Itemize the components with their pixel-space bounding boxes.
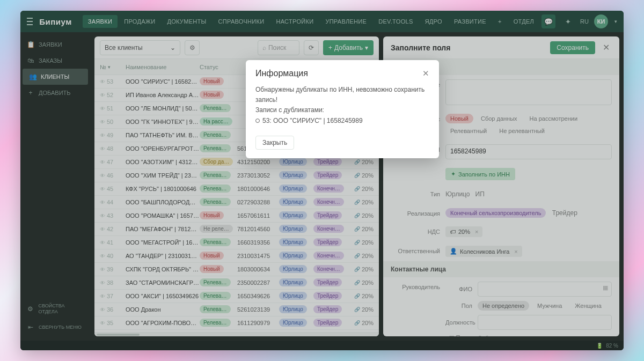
remove-icon[interactable]: × xyxy=(514,248,517,255)
name-input[interactable] xyxy=(445,79,612,105)
type-ip[interactable]: ИП xyxy=(475,189,485,200)
table-row[interactable]: 👁42ПАО "МЕГАФОН" | 7812014560Не реле…781… xyxy=(94,223,379,236)
real-tag[interactable]: Конечный сельхозпроизводитель xyxy=(445,208,546,218)
refresh-button[interactable]: ⟳ xyxy=(304,40,319,55)
sidebar-zakazy[interactable]: 🛍ЗАКАЗЫ xyxy=(20,53,90,69)
sidebar-klienty[interactable]: 👥КЛИЕНТЫ xyxy=(23,69,88,85)
lang-switch[interactable]: RU xyxy=(580,18,589,25)
modal-close-button[interactable]: Закрыть xyxy=(255,136,294,150)
eye-icon: 👁 xyxy=(100,186,105,192)
sidebar-label: ДОБАВИТЬ xyxy=(39,90,71,96)
table-row[interactable]: 👁41ООО "МЕГАСТРОЙ" | 1660319356Релева…16… xyxy=(94,236,379,249)
topnav-upravlenie[interactable]: УПРАВЛЕНИЕ xyxy=(320,15,372,28)
label-real: Реализация xyxy=(391,208,440,217)
user-avatar[interactable]: КИ xyxy=(594,14,608,28)
table-row[interactable]: 👁44ООО "БАШПЛОДОРОДИЕ" | 027290З…Релева…… xyxy=(94,196,379,209)
pol-undef[interactable]: Не определено xyxy=(478,301,529,311)
link-icon: 🔗 xyxy=(354,240,360,245)
topnav-yadro[interactable]: ЯДРО xyxy=(420,15,448,28)
detail-title: Заполните поля xyxy=(391,43,545,52)
modal-record[interactable]: 53: ООО "СИРИУС" | 1658245989 xyxy=(255,116,429,126)
fill-by-inn-button[interactable]: ✦Заполнить по ИНН xyxy=(445,168,515,180)
type-yurlico[interactable]: Юрлицо xyxy=(445,189,470,200)
topnav-devtools[interactable]: DEV.TOOLS xyxy=(373,15,418,28)
topnav-spravochniki[interactable]: СПРАВОЧНИКИ xyxy=(213,15,270,28)
pol-f[interactable]: Женщина xyxy=(570,301,606,311)
save-button[interactable]: Сохранить xyxy=(550,41,595,54)
sidebar-zayavki[interactable]: 📋ЗАЯВКИ xyxy=(20,36,90,53)
label-pol: Пол xyxy=(445,303,472,309)
filter-settings-button[interactable]: ⚙ xyxy=(185,40,200,55)
close-button[interactable]: ✕ xyxy=(601,40,612,55)
topnav-nastroiki[interactable]: НАСТРОЙКИ xyxy=(270,15,319,28)
mail-add[interactable]: Добавить… xyxy=(478,335,612,337)
col-name[interactable]: Наименование xyxy=(122,64,200,70)
nds-chip[interactable]: 🏷20%× xyxy=(445,226,482,237)
status-norel[interactable]: Не релевантный xyxy=(494,126,550,136)
topnav-razvitie[interactable]: РАЗВИТИЕ xyxy=(449,15,492,28)
dol-input[interactable] xyxy=(478,315,612,330)
sidebar-add[interactable]: +ДОБАВИТЬ xyxy=(20,85,90,101)
filter-dropdown[interactable]: Все клиенты⌄ xyxy=(100,40,180,55)
theme-icon[interactable]: ✦ xyxy=(561,14,575,28)
topnav-dokumenty[interactable]: ДОКУМЕНТЫ xyxy=(162,15,211,28)
sidebar-label: ЗАЯВКИ xyxy=(39,41,62,48)
label-ruk: Руководитель xyxy=(391,282,440,290)
chevron-down-icon: ▾ xyxy=(365,44,368,51)
search-input[interactable]: ⌕Поиск xyxy=(258,40,299,55)
topnav-otdel[interactable]: ОТДЕЛ xyxy=(508,15,539,28)
topnav-add[interactable]: + xyxy=(493,15,507,28)
table-row[interactable]: 👁46ООО "ХИМ ТРЕЙД" | 2373013052Релева…23… xyxy=(94,169,379,182)
eye-icon: 👁 xyxy=(100,119,105,125)
real-plain[interactable]: Трейдер xyxy=(552,209,577,217)
sidebar-label: СВЕРНУТЬ МЕНЮ xyxy=(39,325,82,330)
list-toolbar: Все клиенты⌄ ⚙ ⌕Поиск ⟳ +Добавить▾ xyxy=(94,36,379,59)
link-icon: 🔗 xyxy=(354,320,360,326)
topnav-prodazhi[interactable]: ПРОДАЖИ xyxy=(119,15,160,28)
status-rel[interactable]: Релевантный xyxy=(445,126,492,136)
col-num[interactable]: №▾ xyxy=(100,64,122,70)
modal-line2: Записи с дубликатами: xyxy=(255,105,429,115)
status-rass[interactable]: На рассмотрении xyxy=(525,114,582,123)
table-row[interactable]: 👁39СХПК "ГОРД ОКТЯБРЬ" | 1803000634Новый… xyxy=(94,263,379,276)
avatar-caret-icon[interactable]: ▾ xyxy=(614,19,617,24)
status-sbor[interactable]: Сбор данных xyxy=(476,114,522,123)
status-new[interactable]: Новый xyxy=(445,114,473,123)
battery-icon: 🔋 xyxy=(596,343,603,349)
info-modal: Информация ✕ Обнаружены дубликаты по ИНН… xyxy=(246,60,439,158)
col-status[interactable]: Статус xyxy=(200,64,237,70)
sidebar-label: ЗАКАЗЫ xyxy=(39,57,62,64)
menu-toggle-icon[interactable] xyxy=(27,18,33,25)
fio-input[interactable]: ▦ xyxy=(478,282,612,297)
pol-m[interactable]: Мужчина xyxy=(532,301,567,311)
person-icon: 👤 xyxy=(450,248,457,255)
gear-icon: ⚙ xyxy=(27,305,34,313)
eye-icon: 👁 xyxy=(100,226,105,232)
label-resp: Ответственный xyxy=(391,246,440,254)
chat-icon[interactable]: 💬 xyxy=(541,14,555,28)
add-button[interactable]: +Добавить▾ xyxy=(323,40,374,55)
table-row[interactable]: 👁45КФХ "РУСЬ" | 1801000646Релева…1801000… xyxy=(94,182,379,196)
table-row[interactable]: 👁35ООО "АГРОХИМ-ПОВОЛЖЬЕ" | 1611…Релева…… xyxy=(94,316,379,330)
modal-close-icon[interactable]: ✕ xyxy=(422,69,429,78)
horizontal-scrollbar[interactable] xyxy=(94,332,379,336)
topnav-zayavki[interactable]: ЗАЯВКИ xyxy=(83,15,118,28)
table-row[interactable]: 👁43ООО "РОМАШКА" | 1657061611Новый165706… xyxy=(94,209,379,223)
sidebar-label: СВОЙСТВА ОТДЕЛА xyxy=(38,303,84,315)
table-row[interactable]: 👁36ООО ДраконРелева…5261023139ЮрлицоТрей… xyxy=(94,303,379,316)
field-type: Тип Юрлицо ИП xyxy=(383,185,619,204)
sidebar: 📋ЗАЯВКИ 🛍ЗАКАЗЫ 👥КЛИЕНТЫ +ДОБАВИТЬ ⚙СВОЙ… xyxy=(20,32,90,341)
sidebar-collapse[interactable]: ⇤СВЕРНУТЬ МЕНЮ xyxy=(20,319,90,335)
table-row[interactable]: 👁38ЗАО "СТАРОМИНСКАГРОПРОМХИМИ…Релева…23… xyxy=(94,276,379,290)
table-row[interactable]: 👁40АО "ТАНДЕР" | 2310031475Новый23100314… xyxy=(94,249,379,263)
modal-body: Обнаружены дубликаты по ИНН, невозможно … xyxy=(255,85,429,126)
remove-icon[interactable]: × xyxy=(475,229,478,235)
search-placeholder: Поиск xyxy=(268,44,286,51)
table-row[interactable]: 👁37ООО "АКСИ" | 1650349626Релева…1650349… xyxy=(94,290,379,303)
inn-input[interactable]: 1658245989 xyxy=(445,144,612,159)
eye-icon: 👁 xyxy=(100,106,105,112)
field-ruk: Руководитель ФИО▦ Пол Не определено Мужч… xyxy=(383,277,619,336)
sidebar-props[interactable]: ⚙СВОЙСТВА ОТДЕЛА xyxy=(20,299,90,319)
eye-icon: 👁 xyxy=(100,200,105,205)
resp-chip[interactable]: 👤Колесникова Инга× xyxy=(445,246,522,257)
